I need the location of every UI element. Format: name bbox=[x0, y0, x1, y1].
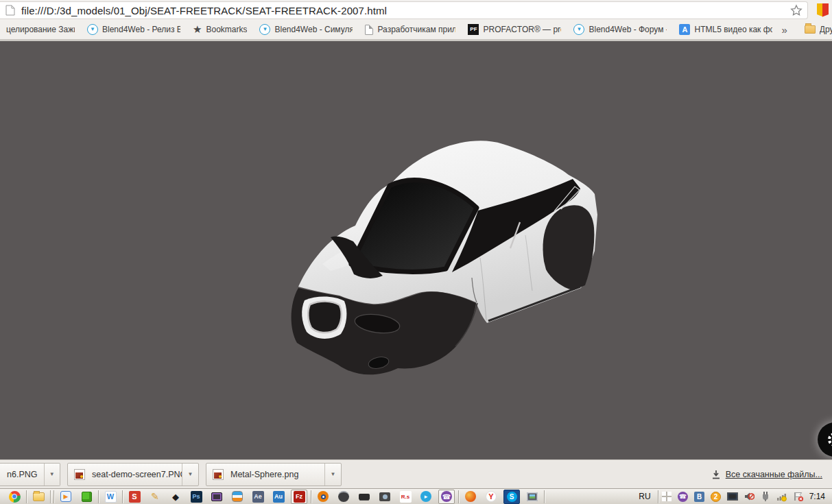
taskbar-green-sprite-icon[interactable] bbox=[78, 490, 95, 504]
other-bookmarks-button[interactable]: Другие закладки bbox=[805, 25, 832, 34]
taskbar-explorer-icon[interactable] bbox=[30, 490, 47, 504]
star-icon: ★ bbox=[193, 24, 202, 35]
bookmark-star-icon[interactable] bbox=[789, 3, 803, 17]
tray-power-plug-icon[interactable] bbox=[759, 490, 772, 503]
download-item[interactable]: seat-demo-screen7.PNG ▼ bbox=[67, 463, 199, 486]
show-all-downloads-link[interactable]: Все скачанные файлы... bbox=[711, 470, 822, 479]
download-caret-icon[interactable]: ▼ bbox=[324, 464, 341, 485]
taskbar-chip-app-icon[interactable] bbox=[356, 490, 372, 504]
extension-ribbon-right bbox=[822, 3, 829, 17]
tray-window-grid-icon[interactable] bbox=[660, 490, 674, 503]
image-file-icon bbox=[213, 469, 224, 480]
tray-muted-speaker-icon[interactable] bbox=[742, 490, 756, 503]
3d-viewport[interactable] bbox=[0, 41, 832, 459]
taskbar-screen-app-icon[interactable] bbox=[209, 490, 225, 504]
tray-viber-icon[interactable]: ☎ bbox=[676, 490, 690, 503]
download-icon bbox=[711, 470, 721, 479]
extension-ribbon-left bbox=[817, 3, 823, 17]
taskbar-skype-icon[interactable]: S bbox=[503, 490, 520, 504]
download-caret-icon[interactable]: ▼ bbox=[44, 464, 60, 485]
image-file-icon bbox=[74, 469, 85, 480]
taskbar-pencil-icon[interactable]: ✎ bbox=[147, 490, 163, 504]
bookmark-item[interactable]: ▼ Blend4Web - Симуляци bbox=[259, 24, 353, 35]
settings-gear-button[interactable] bbox=[818, 422, 832, 457]
folder-icon bbox=[805, 25, 816, 34]
taskbar-media-player-icon[interactable]: ▶ bbox=[58, 490, 74, 504]
taskbar-s-app-icon[interactable]: S bbox=[126, 490, 143, 504]
language-indicator[interactable]: RU bbox=[633, 492, 656, 501]
taskbar-bluestacks-icon[interactable] bbox=[229, 490, 246, 504]
page-icon bbox=[365, 25, 373, 35]
taskbar-after-effects-icon[interactable]: Ae bbox=[250, 490, 266, 504]
blend4web-icon: ▼ bbox=[259, 24, 270, 35]
taskbar-yandex-icon[interactable]: Y bbox=[483, 490, 499, 504]
taskbar-telegram-icon[interactable]: ▸ bbox=[418, 490, 434, 504]
taskbar-blender-icon[interactable] bbox=[315, 490, 331, 504]
taskbar-firefox-icon[interactable] bbox=[462, 490, 479, 504]
bookmark-item[interactable]: ▼ Blend4Web - Релиз Ble bbox=[87, 24, 180, 35]
bookmark-item[interactable]: целирование Зажиг bbox=[6, 25, 75, 34]
bookmark-item[interactable]: A HTML5 видео как фон bbox=[679, 24, 772, 35]
taskbar: ▶ W S ✎ ◆ Ps Ae Au Fz R.s ▸ ☎ Y bbox=[0, 488, 832, 504]
tray-update-badge-icon[interactable]: 2 bbox=[709, 490, 723, 503]
profactor-icon: PF bbox=[468, 24, 479, 35]
system-tray: ☎ В 2 bbox=[660, 490, 805, 503]
taskbar-inkscape-icon[interactable]: ◆ bbox=[167, 490, 184, 504]
car-grille bbox=[308, 302, 342, 333]
tray-network-icon[interactable] bbox=[775, 490, 789, 503]
browser-window: file:///D:/3d_models/01_Obj/SEAT-FREETRA… bbox=[0, 0, 832, 504]
bookmark-item[interactable]: PF PROFACTOR® — profes bbox=[468, 24, 561, 35]
taskbar-filezilla-icon[interactable]: Fz bbox=[291, 490, 307, 504]
gear-icon bbox=[826, 431, 832, 448]
html5-a-icon: A bbox=[679, 24, 690, 35]
taskbar-audition-icon[interactable]: Au bbox=[270, 490, 287, 504]
bookmark-item[interactable]: Разработчикам прилож bbox=[365, 25, 455, 35]
taskbar-camera-app-icon[interactable] bbox=[377, 490, 393, 504]
bookmarks-overflow-chevron[interactable]: » bbox=[781, 24, 787, 36]
address-bar-row: file:///D:/3d_models/01_Obj/SEAT-FREETRA… bbox=[0, 0, 832, 20]
page-favicon-icon bbox=[5, 5, 15, 16]
address-bar[interactable]: file:///D:/3d_models/01_Obj/SEAT-FREETRA… bbox=[0, 1, 808, 19]
taskbar-photoshop-icon[interactable]: Ps bbox=[188, 490, 204, 504]
tray-action-center-flag-icon[interactable] bbox=[792, 490, 805, 503]
url-text[interactable]: file:///D:/3d_models/01_Obj/SEAT-FREETRA… bbox=[21, 5, 789, 16]
taskbar-rs-app-icon[interactable]: R.s bbox=[397, 490, 414, 504]
taskbar-clock[interactable]: 7:14 bbox=[805, 492, 832, 501]
tray-vk-icon[interactable]: В bbox=[693, 490, 706, 503]
blend4web-icon: ▼ bbox=[573, 24, 584, 35]
taskbar-w-app-icon[interactable]: W bbox=[102, 490, 119, 504]
bookmarks-bar: целирование Зажиг ▼ Blend4Web - Релиз Bl… bbox=[0, 20, 832, 39]
download-item[interactable]: n6.PNG ▼ bbox=[0, 463, 60, 486]
taskbar-viber-icon[interactable]: ☎ bbox=[438, 490, 455, 504]
blend4web-icon: ▼ bbox=[87, 24, 98, 35]
tray-display-icon[interactable] bbox=[726, 490, 739, 503]
downloads-bar: n6.PNG ▼ seat-demo-screen7.PNG ▼ Metal-S… bbox=[0, 459, 832, 488]
visual-bookmarks-extension-icon[interactable] bbox=[817, 3, 829, 17]
bookmark-item[interactable]: ★ Bookmarks bbox=[193, 24, 247, 35]
car-model[interactable] bbox=[274, 123, 617, 411]
download-caret-icon[interactable]: ▼ bbox=[182, 464, 198, 485]
download-item[interactable]: Metal-Sphere.png ▼ bbox=[206, 463, 342, 486]
taskbar-chrome-icon[interactable] bbox=[6, 490, 23, 504]
bookmark-item[interactable]: ▼ Blend4Web - Форум - О bbox=[573, 24, 667, 35]
taskbar-swirl-app-icon[interactable] bbox=[335, 490, 352, 504]
taskbar-image-viewer-icon[interactable] bbox=[524, 490, 540, 504]
